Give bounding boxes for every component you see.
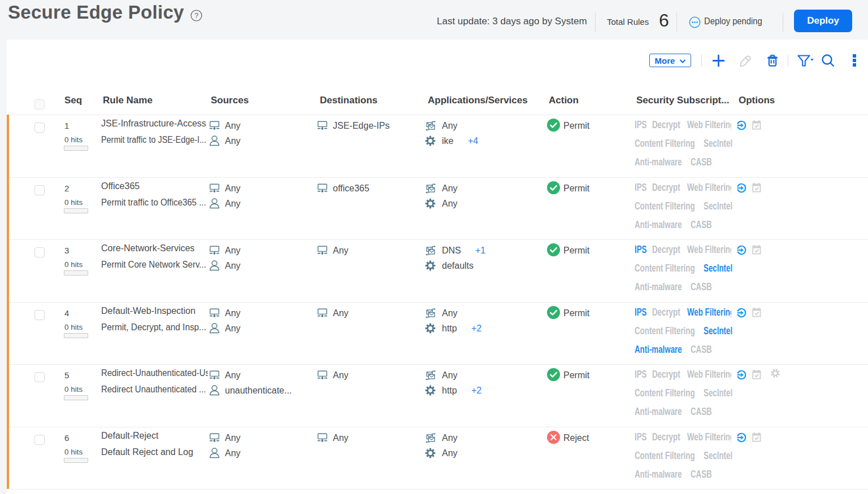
svg-text:?: ? <box>194 11 198 20</box>
